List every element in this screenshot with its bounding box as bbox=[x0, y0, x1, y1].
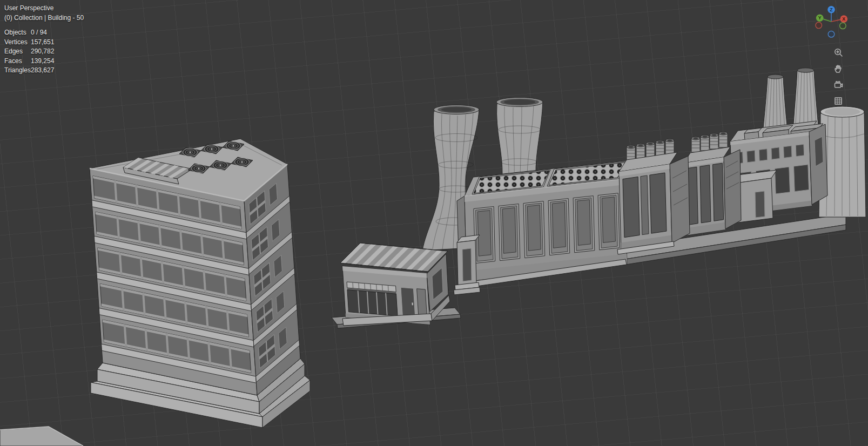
svg-text:Z: Z bbox=[830, 7, 833, 12]
svg-text:Y: Y bbox=[818, 15, 822, 21]
move-view-button[interactable] bbox=[832, 63, 844, 75]
camera-icon bbox=[833, 80, 843, 90]
zoom-button[interactable] bbox=[832, 46, 844, 58]
svg-text:X: X bbox=[842, 16, 845, 22]
model-office-building[interactable] bbox=[90, 139, 310, 428]
scene-canvas[interactable] bbox=[0, 0, 868, 446]
gizmo-axis-y[interactable]: Y bbox=[816, 14, 824, 22]
3d-viewport[interactable]: User Perspective (0) Collection | Buildi… bbox=[0, 0, 868, 446]
collection-label: (0) Collection | Building - 50 bbox=[4, 13, 84, 23]
viewport-side-toolbar bbox=[832, 46, 844, 107]
scene-statistics: Objects 0 / 94 Vertices 157,651 Edges 29… bbox=[4, 28, 84, 76]
gizmo-axis-y-neg[interactable] bbox=[840, 23, 846, 29]
stat-edges: Edges 290,782 bbox=[4, 47, 84, 57]
view-perspective-label: User Perspective bbox=[4, 3, 84, 13]
gizmo-axis-z-neg[interactable] bbox=[828, 31, 835, 37]
model-power-station[interactable] bbox=[730, 68, 827, 223]
hand-icon bbox=[833, 64, 843, 73]
toggle-projection-button[interactable] bbox=[832, 95, 844, 107]
model-vent-building-front[interactable] bbox=[617, 139, 690, 254]
stat-vertices: Vertices 157,651 bbox=[4, 38, 84, 48]
navigation-gizmo[interactable]: Z Y X bbox=[814, 4, 849, 39]
gizmo-axis-z[interactable]: Z bbox=[827, 6, 835, 13]
camera-view-button[interactable] bbox=[832, 79, 844, 91]
model-shop-kiosk[interactable] bbox=[340, 243, 450, 326]
gizmo-axis-x-neg[interactable] bbox=[816, 22, 822, 29]
stat-triangles: Triangles 283,627 bbox=[4, 66, 84, 76]
model-platform-corner[interactable] bbox=[0, 427, 83, 446]
viewport-overlay-text: User Perspective (0) Collection | Buildi… bbox=[4, 3, 84, 76]
stat-faces: Faces 139,254 bbox=[4, 57, 84, 66]
stat-objects: Objects 0 / 94 bbox=[4, 28, 84, 38]
magnifier-plus-icon bbox=[833, 48, 843, 57]
model-factory-hall[interactable] bbox=[454, 160, 634, 295]
grid-icon bbox=[833, 96, 843, 106]
gizmo-axis-x[interactable]: X bbox=[840, 15, 847, 23]
